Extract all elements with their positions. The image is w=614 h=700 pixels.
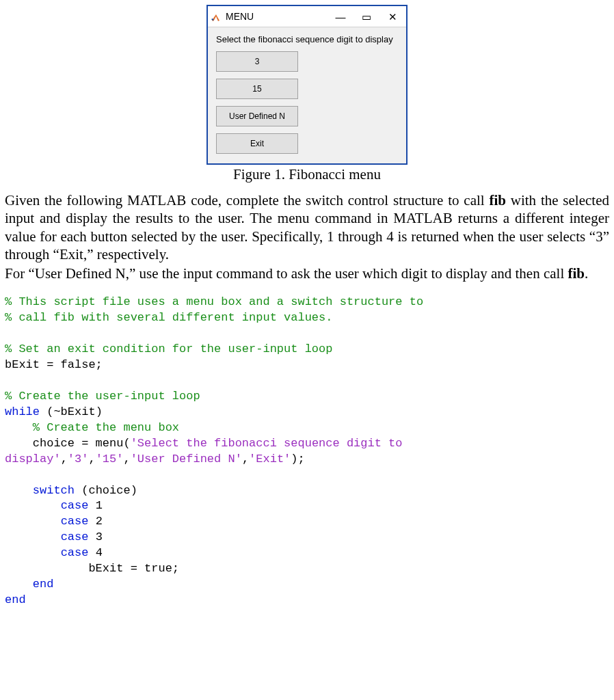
menu-body: Select the fibonacci sequence digit to d… xyxy=(208,27,406,163)
code-text xyxy=(88,515,95,528)
code-comment: % Create the user-input loop xyxy=(5,390,200,403)
code-string: '15' xyxy=(96,453,124,466)
code-text: , xyxy=(61,453,68,466)
close-icon[interactable]: ✕ xyxy=(387,12,398,22)
code-string: '3' xyxy=(68,453,89,466)
code-text: choice = menu( xyxy=(5,437,131,450)
code-block: % This script file uses a menu box and a… xyxy=(5,295,609,608)
titlebar: MENU — ▭ ✕ xyxy=(208,6,406,27)
bold-fib: fib xyxy=(568,265,585,282)
code-text: , xyxy=(123,453,130,466)
text: Given the following MATLAB code, complet… xyxy=(5,192,489,208)
code-comment: % call fib with several different input … xyxy=(5,311,332,324)
figure-area: MENU — ▭ ✕ Select the fibonacci sequence… xyxy=(5,5,609,183)
code-text: ); xyxy=(291,453,304,466)
matlab-icon xyxy=(211,11,222,22)
code-text xyxy=(88,530,95,543)
code-line: bExit = true; xyxy=(5,562,179,575)
paragraph-1: Given the following MATLAB code, complet… xyxy=(5,191,609,263)
code-comment: % Set an exit condition for the user-inp… xyxy=(5,342,332,355)
menu-prompt: Select the fibonacci sequence digit to d… xyxy=(216,34,398,44)
code-text: 1 xyxy=(96,499,103,512)
figure-caption: Figure 1. Fibonacci menu xyxy=(5,166,609,183)
code-keyword-while: while xyxy=(5,405,40,418)
code-text: , xyxy=(88,453,95,466)
code-text xyxy=(88,546,95,559)
menu-option-user-defined[interactable]: User Defined N xyxy=(216,106,298,126)
minimize-icon[interactable]: — xyxy=(335,12,346,22)
code-string: 'User Defined N' xyxy=(131,453,242,466)
paragraph-2: For “User Defined N,” use the input comm… xyxy=(5,265,609,282)
menu-option-15[interactable]: 15 xyxy=(216,79,298,99)
window-controls: — ▭ ✕ xyxy=(335,12,403,22)
menu-option-3[interactable]: 3 xyxy=(216,51,298,72)
menu-option-exit[interactable]: Exit xyxy=(216,133,298,154)
code-keyword-case: case xyxy=(61,515,89,528)
code-text: (choice) xyxy=(75,484,137,497)
menu-window: MENU — ▭ ✕ Select the fibonacci sequence… xyxy=(206,5,408,165)
window-title: MENU xyxy=(226,11,254,22)
code-line: bExit = false; xyxy=(5,358,103,371)
code-keyword-case: case xyxy=(61,530,89,543)
code-keyword-case: case xyxy=(61,546,89,559)
bold-fib: fib xyxy=(489,192,506,208)
text: For “User Defined N,” use the input comm… xyxy=(5,265,568,282)
code-keyword-case: case xyxy=(61,499,89,512)
code-text: (~bExit) xyxy=(40,405,103,418)
code-keyword-switch: switch xyxy=(33,484,75,497)
code-keyword-end: end xyxy=(5,593,26,606)
code-keyword-end: end xyxy=(33,578,54,591)
code-text xyxy=(88,499,95,512)
code-text: 2 xyxy=(96,515,103,528)
code-text: 4 xyxy=(96,546,103,559)
text: . xyxy=(585,265,588,282)
code-comment: % Create the menu box xyxy=(5,421,179,434)
code-string: 'Exit' xyxy=(249,453,291,466)
maximize-icon[interactable]: ▭ xyxy=(361,12,372,22)
code-text: , xyxy=(242,453,249,466)
code-text: 3 xyxy=(96,530,103,543)
code-comment: % This script file uses a menu box and a… xyxy=(5,295,423,308)
